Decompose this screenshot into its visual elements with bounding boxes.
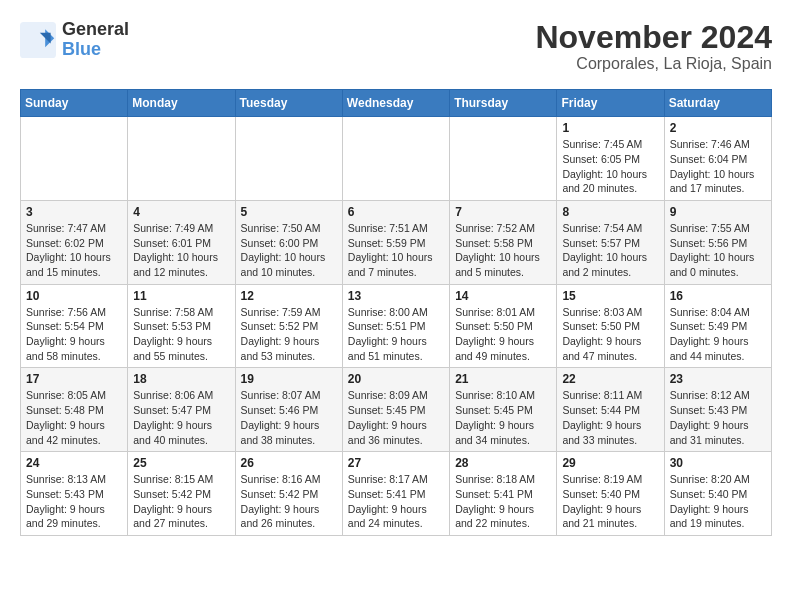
day-number: 10 bbox=[26, 289, 122, 303]
day-number: 5 bbox=[241, 205, 337, 219]
day-info: Sunrise: 8:00 AM Sunset: 5:51 PM Dayligh… bbox=[348, 305, 444, 364]
day-info: Sunrise: 8:19 AM Sunset: 5:40 PM Dayligh… bbox=[562, 472, 658, 531]
day-cell: 18Sunrise: 8:06 AM Sunset: 5:47 PM Dayli… bbox=[128, 368, 235, 452]
col-header-tuesday: Tuesday bbox=[235, 90, 342, 117]
header: General Blue November 2024 Corporales, L… bbox=[20, 20, 772, 73]
day-number: 30 bbox=[670, 456, 766, 470]
day-number: 13 bbox=[348, 289, 444, 303]
day-number: 8 bbox=[562, 205, 658, 219]
day-info: Sunrise: 7:47 AM Sunset: 6:02 PM Dayligh… bbox=[26, 221, 122, 280]
day-cell: 10Sunrise: 7:56 AM Sunset: 5:54 PM Dayli… bbox=[21, 284, 128, 368]
day-number: 18 bbox=[133, 372, 229, 386]
day-number: 3 bbox=[26, 205, 122, 219]
day-cell: 5Sunrise: 7:50 AM Sunset: 6:00 PM Daylig… bbox=[235, 200, 342, 284]
day-cell: 2Sunrise: 7:46 AM Sunset: 6:04 PM Daylig… bbox=[664, 117, 771, 201]
day-number: 16 bbox=[670, 289, 766, 303]
day-info: Sunrise: 8:11 AM Sunset: 5:44 PM Dayligh… bbox=[562, 388, 658, 447]
day-cell: 26Sunrise: 8:16 AM Sunset: 5:42 PM Dayli… bbox=[235, 452, 342, 536]
day-cell: 25Sunrise: 8:15 AM Sunset: 5:42 PM Dayli… bbox=[128, 452, 235, 536]
day-info: Sunrise: 8:18 AM Sunset: 5:41 PM Dayligh… bbox=[455, 472, 551, 531]
day-cell: 6Sunrise: 7:51 AM Sunset: 5:59 PM Daylig… bbox=[342, 200, 449, 284]
day-number: 12 bbox=[241, 289, 337, 303]
day-cell: 7Sunrise: 7:52 AM Sunset: 5:58 PM Daylig… bbox=[450, 200, 557, 284]
day-info: Sunrise: 8:10 AM Sunset: 5:45 PM Dayligh… bbox=[455, 388, 551, 447]
day-number: 11 bbox=[133, 289, 229, 303]
day-cell: 28Sunrise: 8:18 AM Sunset: 5:41 PM Dayli… bbox=[450, 452, 557, 536]
day-cell: 11Sunrise: 7:58 AM Sunset: 5:53 PM Dayli… bbox=[128, 284, 235, 368]
day-cell: 30Sunrise: 8:20 AM Sunset: 5:40 PM Dayli… bbox=[664, 452, 771, 536]
day-cell: 16Sunrise: 8:04 AM Sunset: 5:49 PM Dayli… bbox=[664, 284, 771, 368]
day-number: 27 bbox=[348, 456, 444, 470]
day-cell: 8Sunrise: 7:54 AM Sunset: 5:57 PM Daylig… bbox=[557, 200, 664, 284]
logo-line2: Blue bbox=[62, 40, 129, 60]
day-info: Sunrise: 8:16 AM Sunset: 5:42 PM Dayligh… bbox=[241, 472, 337, 531]
day-info: Sunrise: 7:46 AM Sunset: 6:04 PM Dayligh… bbox=[670, 137, 766, 196]
day-info: Sunrise: 7:50 AM Sunset: 6:00 PM Dayligh… bbox=[241, 221, 337, 280]
day-info: Sunrise: 7:55 AM Sunset: 5:56 PM Dayligh… bbox=[670, 221, 766, 280]
day-cell: 13Sunrise: 8:00 AM Sunset: 5:51 PM Dayli… bbox=[342, 284, 449, 368]
day-info: Sunrise: 7:56 AM Sunset: 5:54 PM Dayligh… bbox=[26, 305, 122, 364]
day-number: 25 bbox=[133, 456, 229, 470]
day-number: 28 bbox=[455, 456, 551, 470]
day-info: Sunrise: 7:58 AM Sunset: 5:53 PM Dayligh… bbox=[133, 305, 229, 364]
day-cell bbox=[450, 117, 557, 201]
day-info: Sunrise: 7:54 AM Sunset: 5:57 PM Dayligh… bbox=[562, 221, 658, 280]
day-cell: 22Sunrise: 8:11 AM Sunset: 5:44 PM Dayli… bbox=[557, 368, 664, 452]
day-cell bbox=[342, 117, 449, 201]
day-info: Sunrise: 7:59 AM Sunset: 5:52 PM Dayligh… bbox=[241, 305, 337, 364]
day-cell: 17Sunrise: 8:05 AM Sunset: 5:48 PM Dayli… bbox=[21, 368, 128, 452]
day-number: 1 bbox=[562, 121, 658, 135]
col-header-monday: Monday bbox=[128, 90, 235, 117]
col-header-friday: Friday bbox=[557, 90, 664, 117]
day-number: 9 bbox=[670, 205, 766, 219]
day-number: 17 bbox=[26, 372, 122, 386]
day-info: Sunrise: 8:12 AM Sunset: 5:43 PM Dayligh… bbox=[670, 388, 766, 447]
day-info: Sunrise: 7:52 AM Sunset: 5:58 PM Dayligh… bbox=[455, 221, 551, 280]
week-row-5: 24Sunrise: 8:13 AM Sunset: 5:43 PM Dayli… bbox=[21, 452, 772, 536]
day-cell: 4Sunrise: 7:49 AM Sunset: 6:01 PM Daylig… bbox=[128, 200, 235, 284]
day-info: Sunrise: 7:45 AM Sunset: 6:05 PM Dayligh… bbox=[562, 137, 658, 196]
day-number: 21 bbox=[455, 372, 551, 386]
day-info: Sunrise: 8:05 AM Sunset: 5:48 PM Dayligh… bbox=[26, 388, 122, 447]
day-cell: 24Sunrise: 8:13 AM Sunset: 5:43 PM Dayli… bbox=[21, 452, 128, 536]
day-number: 23 bbox=[670, 372, 766, 386]
day-cell: 29Sunrise: 8:19 AM Sunset: 5:40 PM Dayli… bbox=[557, 452, 664, 536]
week-row-1: 1Sunrise: 7:45 AM Sunset: 6:05 PM Daylig… bbox=[21, 117, 772, 201]
day-info: Sunrise: 8:07 AM Sunset: 5:46 PM Dayligh… bbox=[241, 388, 337, 447]
day-cell: 27Sunrise: 8:17 AM Sunset: 5:41 PM Dayli… bbox=[342, 452, 449, 536]
day-cell: 23Sunrise: 8:12 AM Sunset: 5:43 PM Dayli… bbox=[664, 368, 771, 452]
col-header-saturday: Saturday bbox=[664, 90, 771, 117]
week-row-3: 10Sunrise: 7:56 AM Sunset: 5:54 PM Dayli… bbox=[21, 284, 772, 368]
day-info: Sunrise: 7:51 AM Sunset: 5:59 PM Dayligh… bbox=[348, 221, 444, 280]
day-info: Sunrise: 8:04 AM Sunset: 5:49 PM Dayligh… bbox=[670, 305, 766, 364]
day-cell bbox=[235, 117, 342, 201]
day-number: 15 bbox=[562, 289, 658, 303]
logo: General Blue bbox=[20, 20, 129, 60]
week-row-2: 3Sunrise: 7:47 AM Sunset: 6:02 PM Daylig… bbox=[21, 200, 772, 284]
logo-icon bbox=[20, 22, 56, 58]
col-header-sunday: Sunday bbox=[21, 90, 128, 117]
col-header-thursday: Thursday bbox=[450, 90, 557, 117]
day-number: 6 bbox=[348, 205, 444, 219]
day-number: 20 bbox=[348, 372, 444, 386]
day-cell: 19Sunrise: 8:07 AM Sunset: 5:46 PM Dayli… bbox=[235, 368, 342, 452]
logo-text: General Blue bbox=[62, 20, 129, 60]
day-number: 4 bbox=[133, 205, 229, 219]
day-cell: 9Sunrise: 7:55 AM Sunset: 5:56 PM Daylig… bbox=[664, 200, 771, 284]
title-area: November 2024 Corporales, La Rioja, Spai… bbox=[535, 20, 772, 73]
day-cell: 1Sunrise: 7:45 AM Sunset: 6:05 PM Daylig… bbox=[557, 117, 664, 201]
calendar-table: SundayMondayTuesdayWednesdayThursdayFrid… bbox=[20, 89, 772, 536]
day-cell: 15Sunrise: 8:03 AM Sunset: 5:50 PM Dayli… bbox=[557, 284, 664, 368]
page-title: November 2024 bbox=[535, 20, 772, 55]
day-info: Sunrise: 8:13 AM Sunset: 5:43 PM Dayligh… bbox=[26, 472, 122, 531]
header-row: SundayMondayTuesdayWednesdayThursdayFrid… bbox=[21, 90, 772, 117]
page-subtitle: Corporales, La Rioja, Spain bbox=[535, 55, 772, 73]
day-cell bbox=[21, 117, 128, 201]
day-info: Sunrise: 8:01 AM Sunset: 5:50 PM Dayligh… bbox=[455, 305, 551, 364]
day-cell: 12Sunrise: 7:59 AM Sunset: 5:52 PM Dayli… bbox=[235, 284, 342, 368]
day-info: Sunrise: 8:06 AM Sunset: 5:47 PM Dayligh… bbox=[133, 388, 229, 447]
day-info: Sunrise: 8:20 AM Sunset: 5:40 PM Dayligh… bbox=[670, 472, 766, 531]
day-info: Sunrise: 8:15 AM Sunset: 5:42 PM Dayligh… bbox=[133, 472, 229, 531]
day-number: 22 bbox=[562, 372, 658, 386]
day-cell: 21Sunrise: 8:10 AM Sunset: 5:45 PM Dayli… bbox=[450, 368, 557, 452]
